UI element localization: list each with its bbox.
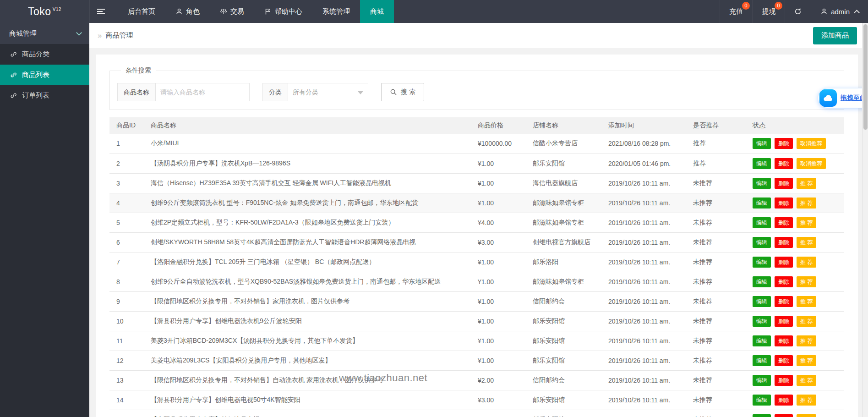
edit-button[interactable]: 编辑 xyxy=(753,355,771,366)
delete-button[interactable]: 删除 xyxy=(775,198,793,208)
withdraw-badge: 0 xyxy=(775,2,782,10)
search-button[interactable]: 搜 索 xyxy=(381,83,424,101)
delete-button[interactable]: 删除 xyxy=(775,158,793,169)
edit-button[interactable]: 编辑 xyxy=(753,178,771,189)
sidebar-group-mall[interactable]: 商城管理 xyxy=(0,23,89,44)
nav-item-label: 交易 xyxy=(230,7,244,16)
edit-button[interactable]: 编辑 xyxy=(753,237,771,248)
product-name-label: 商品名称 xyxy=(117,83,156,101)
product-table: 商品ID商品名称商品价格店铺名称添加时间是否推荐状态 1小米/MIUI¥1000… xyxy=(109,117,844,417)
delete-button[interactable]: 删除 xyxy=(775,276,793,287)
netdisk-drag-target[interactable]: 拖拽至此... xyxy=(818,88,868,108)
product-price: ¥1.00 xyxy=(471,173,526,193)
edit-button[interactable]: 编辑 xyxy=(753,138,771,149)
nav-item-1[interactable]: 角色 xyxy=(165,0,210,23)
product-price: ¥3.00 xyxy=(471,390,526,410)
recommend-toggle-button[interactable]: 推 荐 xyxy=(797,276,816,287)
user-menu[interactable]: admin xyxy=(811,0,868,23)
store-name: 邮滋味如皋馆专柜 xyxy=(526,272,601,291)
delete-button[interactable]: 删除 xyxy=(775,237,793,248)
nav-item-5[interactable]: 商城 xyxy=(360,0,394,23)
store-name: 信阳邮约会 xyxy=(526,370,601,390)
recommend-toggle-button[interactable]: 推 荐 xyxy=(797,198,816,208)
sidebar-group-label: 商城管理 xyxy=(9,29,37,38)
added-time: 2019/10/26 10:11 am. xyxy=(601,272,686,291)
scrollbar-thumb[interactable] xyxy=(863,24,868,130)
delete-button[interactable]: 删除 xyxy=(775,395,793,406)
scales-icon xyxy=(220,8,227,15)
edit-button[interactable]: 编辑 xyxy=(753,335,771,346)
top-navbar: Toko V12 后台首页角色交易帮助中心系统管理商城 充值 0 提现 0 ad… xyxy=(0,0,868,23)
table-row: 7【洛阳金融积分兑换】TCL 205升 三门电冰箱 （星空银） BC（邮政网点配… xyxy=(109,252,844,272)
edit-button[interactable]: 编辑 xyxy=(753,414,771,417)
refresh-button[interactable] xyxy=(785,0,811,23)
added-time: 2019/10/26 10:11 am. xyxy=(601,311,686,331)
edit-button[interactable]: 编辑 xyxy=(753,316,771,327)
store-name: 信阳邮约会 xyxy=(526,291,601,311)
nav-item-4[interactable]: 系统管理 xyxy=(312,0,360,23)
recommend-toggle-button[interactable]: 推 荐 xyxy=(797,355,816,366)
edit-button[interactable]: 编辑 xyxy=(753,198,771,208)
recommend-status: 未推荐 xyxy=(686,390,746,410)
sidebar-item-0[interactable]: 商品分类 xyxy=(0,44,89,65)
column-header: 添加时间 xyxy=(601,117,686,134)
delete-button[interactable]: 删除 xyxy=(775,316,793,327)
product-id: 4 xyxy=(109,193,144,213)
withdraw-button[interactable]: 提现 0 xyxy=(752,0,785,23)
category-select[interactable]: 所有分类 xyxy=(288,83,368,101)
edit-button[interactable]: 编辑 xyxy=(753,158,771,169)
menu-toggle-button[interactable] xyxy=(89,0,112,23)
recommend-toggle-button[interactable]: 推 荐 xyxy=(797,335,816,346)
edit-button[interactable]: 编辑 xyxy=(753,296,771,307)
product-price: ¥1.00 xyxy=(471,291,526,311)
recommend-toggle-button[interactable]: 推 荐 xyxy=(797,296,816,307)
delete-button[interactable]: 删除 xyxy=(775,375,793,386)
edit-button[interactable]: 编辑 xyxy=(753,217,771,228)
product-id: 7 xyxy=(109,252,144,272)
delete-button[interactable]: 删除 xyxy=(775,178,793,189)
recharge-label: 充值 xyxy=(729,7,743,16)
recommend-status: 未推荐 xyxy=(686,193,746,213)
recommend-toggle-button[interactable]: 推 荐 xyxy=(797,414,816,417)
delete-button[interactable]: 删除 xyxy=(775,138,793,149)
nav-item-0[interactable]: 后台首页 xyxy=(118,0,165,23)
recommend-toggle-button[interactable]: 推 荐 xyxy=(797,178,816,189)
product-name-input[interactable] xyxy=(156,83,250,101)
recommend-toggle-button[interactable]: 推 荐 xyxy=(797,257,816,268)
table-row: 14【滑县积分用户专享】创维电器电视50寸4K智能安阳¥3.00邮乐安阳馆201… xyxy=(109,390,844,410)
status-actions: 编辑删除推 荐 xyxy=(746,193,844,213)
table-row: 6创维/SKYWORTH 58H8M 58英寸4K超高清全面屏防蓝光人工智能语音… xyxy=(109,232,844,252)
delete-button[interactable]: 删除 xyxy=(775,335,793,346)
edit-button[interactable]: 编辑 xyxy=(753,257,771,268)
added-time: 2019/10/26 10:11 am. xyxy=(601,370,686,390)
recharge-button[interactable]: 充值 0 xyxy=(720,0,752,23)
recommend-toggle-button[interactable]: 推 荐 xyxy=(797,217,816,228)
delete-button[interactable]: 删除 xyxy=(775,414,793,417)
nav-item-3[interactable]: 帮助中心 xyxy=(254,0,312,23)
recommend-toggle-button[interactable]: 取消推荐 xyxy=(797,138,826,149)
delete-button[interactable]: 删除 xyxy=(775,217,793,228)
product-price: ¥1.00 xyxy=(471,331,526,351)
app-logo[interactable]: Toko V12 xyxy=(0,0,89,23)
sidebar-item-1[interactable]: 商品列表 xyxy=(0,65,89,85)
nav-item-2[interactable]: 交易 xyxy=(210,0,254,23)
recommend-toggle-button[interactable]: 推 荐 xyxy=(797,316,816,327)
delete-button[interactable]: 删除 xyxy=(775,296,793,307)
recommend-toggle-button[interactable]: 推 荐 xyxy=(797,395,816,406)
recommend-toggle-button[interactable]: 取消推荐 xyxy=(797,158,826,169)
sidebar-item-2[interactable]: 订单列表 xyxy=(0,85,89,106)
edit-button[interactable]: 编辑 xyxy=(753,375,771,386)
recommend-status: 未推荐 xyxy=(686,370,746,390)
nav-right: 充值 0 提现 0 admin xyxy=(720,0,868,23)
edit-button[interactable]: 编辑 xyxy=(753,276,771,287)
add-product-button[interactable]: 添加商品 xyxy=(813,27,857,44)
recommend-toggle-button[interactable]: 推 荐 xyxy=(797,375,816,386)
recommend-toggle-button[interactable]: 推 荐 xyxy=(797,237,816,248)
edit-button[interactable]: 编辑 xyxy=(753,395,771,406)
product-id: 11 xyxy=(109,331,144,351)
delete-button[interactable]: 删除 xyxy=(775,257,793,268)
vertical-scrollbar[interactable] xyxy=(862,23,868,417)
delete-button[interactable]: 删除 xyxy=(775,355,793,366)
product-name: 创维2P定频立式柜机，型号：KFR-50LW/F2DA1A-3（限如皋地区免费送… xyxy=(144,213,471,232)
recharge-badge: 0 xyxy=(742,2,750,10)
